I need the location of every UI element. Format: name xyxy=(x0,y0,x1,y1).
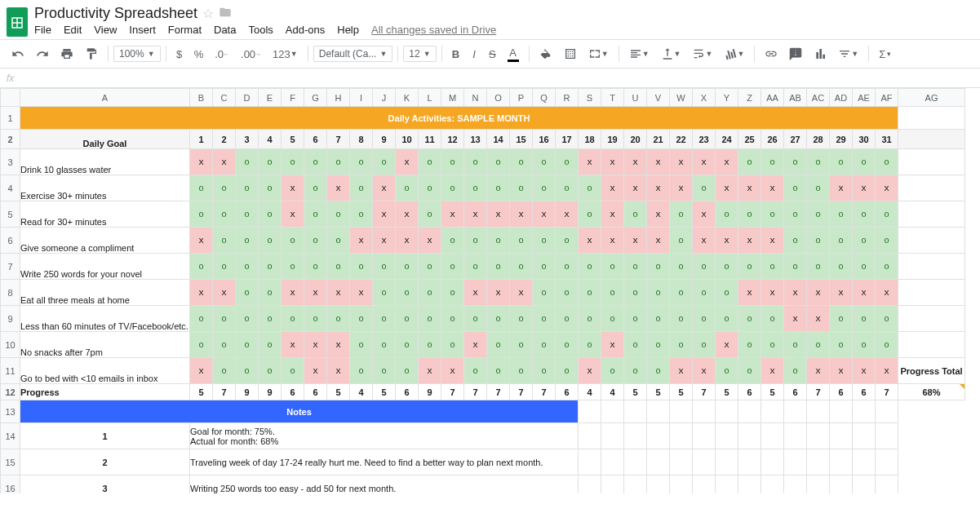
cell[interactable] xyxy=(876,423,898,449)
goal-mark[interactable]: o xyxy=(327,306,350,332)
cell[interactable] xyxy=(807,449,830,475)
col-header-AG[interactable]: AG xyxy=(898,89,965,107)
goal-mark[interactable]: o xyxy=(441,228,464,254)
increase-decimal-button[interactable]: .00→ xyxy=(236,45,266,64)
goal-mark[interactable]: o xyxy=(556,228,579,254)
bold-button[interactable]: B xyxy=(447,45,464,64)
cell[interactable] xyxy=(761,449,784,475)
cell[interactable] xyxy=(876,475,898,494)
progress-value[interactable]: 4 xyxy=(601,384,624,400)
row-header[interactable]: 6 xyxy=(1,228,20,254)
cell[interactable] xyxy=(784,423,807,449)
goal-mark[interactable]: o xyxy=(441,332,464,358)
goal-mark[interactable]: o xyxy=(533,175,556,201)
cell[interactable] xyxy=(898,280,965,306)
cell[interactable] xyxy=(738,475,761,494)
progress-value[interactable]: 6 xyxy=(830,384,853,400)
day-header[interactable]: 30 xyxy=(853,130,876,149)
progress-value[interactable]: 7 xyxy=(693,384,716,400)
goal-mark[interactable]: o xyxy=(259,280,282,306)
goal-mark[interactable]: x xyxy=(738,280,761,306)
goal-label[interactable]: Write 250 words for your novel xyxy=(20,254,190,280)
goal-mark[interactable]: o xyxy=(830,254,853,280)
row-header[interactable]: 7 xyxy=(1,254,20,280)
day-header[interactable]: 2 xyxy=(213,130,236,149)
cell[interactable] xyxy=(853,400,876,423)
cell[interactable] xyxy=(670,423,693,449)
goal-mark[interactable]: o xyxy=(419,149,441,175)
goal-mark[interactable]: o xyxy=(556,358,579,384)
goal-mark[interactable]: x xyxy=(190,149,213,175)
goal-mark[interactable]: o xyxy=(510,149,533,175)
col-header-N[interactable]: N xyxy=(464,89,487,107)
font-select[interactable]: Default (Ca...▼ xyxy=(313,46,393,62)
goal-mark[interactable]: o xyxy=(236,358,259,384)
cell[interactable] xyxy=(624,475,647,494)
cell[interactable] xyxy=(693,423,716,449)
goal-mark[interactable]: o xyxy=(236,149,259,175)
goal-mark[interactable]: o xyxy=(510,306,533,332)
row-header[interactable]: 3 xyxy=(1,149,20,175)
goal-mark[interactable]: o xyxy=(693,175,716,201)
goal-mark[interactable]: o xyxy=(441,254,464,280)
goal-mark[interactable]: o xyxy=(190,175,213,201)
menu-data[interactable]: Data xyxy=(214,24,236,36)
fill-color-button[interactable] xyxy=(534,44,557,64)
goal-label[interactable]: Read for 30+ minutes xyxy=(20,201,190,228)
goal-mark[interactable]: o xyxy=(350,358,373,384)
italic-button[interactable]: I xyxy=(466,45,482,64)
cell[interactable] xyxy=(853,475,876,494)
goal-mark[interactable]: o xyxy=(533,280,556,306)
text-color-button[interactable]: A xyxy=(503,43,524,65)
row-header[interactable]: 13 xyxy=(1,400,20,423)
goal-mark[interactable]: o xyxy=(487,228,510,254)
goal-mark[interactable]: x xyxy=(876,175,898,201)
goal-label[interactable]: Drink 10 glasses water xyxy=(20,149,190,175)
row-header[interactable]: 16 xyxy=(1,475,20,494)
cell[interactable] xyxy=(876,400,898,423)
goal-mark[interactable]: o xyxy=(373,332,396,358)
cell[interactable] xyxy=(898,107,965,130)
goal-mark[interactable]: o xyxy=(693,332,716,358)
progress-value[interactable]: 9 xyxy=(259,384,282,400)
goal-mark[interactable]: o xyxy=(533,228,556,254)
goal-mark[interactable]: x xyxy=(738,228,761,254)
goal-mark[interactable]: x xyxy=(304,332,327,358)
goal-mark[interactable]: o xyxy=(784,228,807,254)
notes-header[interactable]: Notes xyxy=(20,400,579,423)
goal-mark[interactable]: o xyxy=(282,149,304,175)
goal-mark[interactable]: o xyxy=(556,175,579,201)
goal-mark[interactable]: o xyxy=(876,149,898,175)
cell[interactable] xyxy=(670,449,693,475)
goal-mark[interactable]: o xyxy=(579,254,601,280)
col-header-X[interactable]: X xyxy=(693,89,716,107)
col-header-K[interactable]: K xyxy=(396,89,419,107)
goal-mark[interactable]: o xyxy=(236,280,259,306)
goal-mark[interactable]: o xyxy=(670,228,693,254)
print-button[interactable] xyxy=(55,44,78,64)
day-header[interactable]: 7 xyxy=(327,130,350,149)
goal-mark[interactable]: x xyxy=(510,201,533,228)
goal-mark[interactable]: x xyxy=(464,280,487,306)
progress-value[interactable]: 6 xyxy=(396,384,419,400)
goal-mark[interactable]: o xyxy=(784,254,807,280)
filter-button[interactable]: ▼ xyxy=(833,44,863,64)
goal-mark[interactable]: x xyxy=(579,358,601,384)
goal-mark[interactable]: o xyxy=(213,358,236,384)
col-header-W[interactable]: W xyxy=(670,89,693,107)
goal-mark[interactable]: o xyxy=(579,332,601,358)
goal-mark[interactable]: o xyxy=(213,201,236,228)
col-header-AF[interactable]: AF xyxy=(876,89,898,107)
goal-mark[interactable]: o xyxy=(647,358,670,384)
goal-mark[interactable]: o xyxy=(807,149,830,175)
progress-value[interactable]: 5 xyxy=(647,384,670,400)
goal-mark[interactable]: o xyxy=(213,228,236,254)
star-icon[interactable]: ☆ xyxy=(202,6,214,21)
goal-mark[interactable]: o xyxy=(350,306,373,332)
goal-mark[interactable]: o xyxy=(327,201,350,228)
note-number[interactable]: 3 xyxy=(20,475,190,494)
goal-mark[interactable]: x xyxy=(396,201,419,228)
goal-mark[interactable]: o xyxy=(327,149,350,175)
goal-mark[interactable]: x xyxy=(716,149,738,175)
goal-mark[interactable]: o xyxy=(579,201,601,228)
